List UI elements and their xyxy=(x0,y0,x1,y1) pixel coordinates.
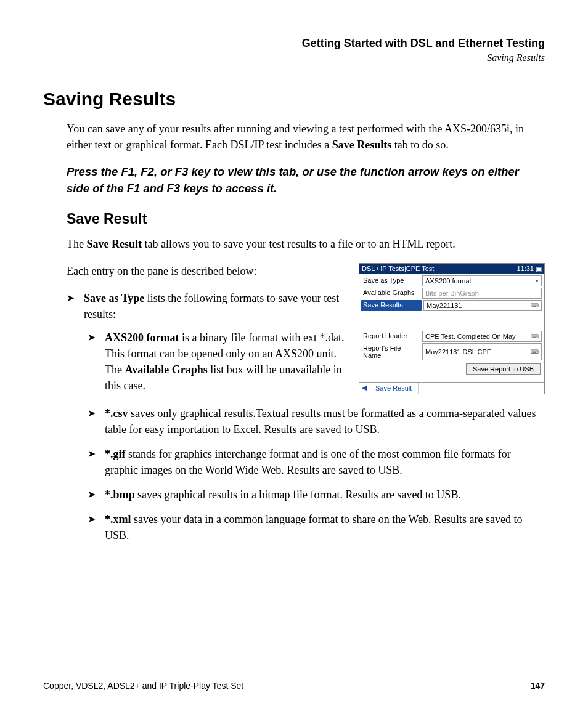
intro-post: tab to do so. xyxy=(391,139,449,151)
field-value: Bits per BinGraph xyxy=(425,290,479,297)
subsection-p1: The Save Result tab allows you to save y… xyxy=(67,236,545,252)
embedded-screenshot: DSL / IP Tests|CPE Test 11:31 ▣ Save as … xyxy=(359,263,545,394)
field-available-graphs: Bits per BinGraph xyxy=(422,288,542,299)
li-text: stands for graphics interchange format a… xyxy=(105,448,511,476)
li-bold: *.bmp xyxy=(105,489,135,501)
list-item: *.csv saves only graphical results.Textu… xyxy=(88,405,545,437)
list-item: Save as Type lists the following formats… xyxy=(67,290,348,394)
li-bold: Save as Type xyxy=(84,292,144,304)
chevron-down-icon: ▾ xyxy=(536,278,539,284)
tab-save-result[interactable]: Save Result xyxy=(369,383,419,394)
li-bold: *.xml xyxy=(105,513,131,525)
field-label-report-header: Report Header xyxy=(359,330,422,343)
chapter-breadcrumb: Saving Results xyxy=(43,52,545,63)
li-text: saves your data in a common language for… xyxy=(105,513,523,542)
dropdown-save-as-type[interactable]: AXS200 format▾ xyxy=(422,275,542,286)
li-bold: *.gif xyxy=(105,448,126,460)
field-label-save-as-type: Save as Type xyxy=(359,275,422,287)
li-text: saves graphical results in a bitmap file… xyxy=(135,489,461,501)
battery-icon: ▣ xyxy=(536,265,542,272)
intro-paragraph: You can save any of your results after r… xyxy=(67,121,545,153)
tab-scroll-left-icon[interactable]: ◀ xyxy=(359,383,369,393)
li-bold: *.csv xyxy=(105,407,128,420)
save-report-button[interactable]: Save Report to USB xyxy=(466,363,541,375)
input-save-results[interactable]: May221131⌨ xyxy=(423,300,542,311)
section-heading: Saving Results xyxy=(43,89,545,110)
chapter-title: Getting Started with DSL and Ethernet Te… xyxy=(43,37,545,50)
list-item: *.xml saves your data in a common langua… xyxy=(88,511,545,543)
footer-product: Copper, VDSL2, ADSL2+ and IP Triple-Play… xyxy=(43,681,243,691)
li-bold: AXS200 format xyxy=(105,331,179,344)
keyboard-icon: ⌨ xyxy=(531,349,539,355)
li-text: saves only graphical results.Textual res… xyxy=(105,407,536,436)
subsection-heading: Save Result xyxy=(67,211,545,227)
window-title: DSL / IP Tests|CPE Test xyxy=(362,265,434,272)
window-titlebar: DSL / IP Tests|CPE Test 11:31 ▣ xyxy=(359,264,544,274)
list-item: AXS200 format is a binary file format wi… xyxy=(88,330,348,394)
keyboard-icon: ⌨ xyxy=(531,333,539,339)
page-number: 147 xyxy=(531,681,545,691)
field-label-save-results[interactable]: Save Results xyxy=(361,300,422,311)
note-paragraph: Press the F1, F2, or F3 key to view this… xyxy=(67,164,545,197)
window-clock: 11:31 ▣ xyxy=(517,265,542,273)
keyboard-icon: ⌨ xyxy=(531,302,539,309)
li-bold2: Available Graphs xyxy=(125,363,207,376)
list-item: *.gif stands for graphics interchange fo… xyxy=(88,446,545,478)
p1-post: tab allows you to save your test results… xyxy=(142,238,455,250)
input-report-file-name[interactable]: May221131 DSL CPE⌨ xyxy=(422,343,542,360)
dropdown-value: AXS200 format xyxy=(425,277,472,285)
field-label-report-file: Report's File Name xyxy=(359,343,422,361)
header-rule xyxy=(43,70,545,70)
subsection-p2: Each entry on the pane is described belo… xyxy=(67,263,348,279)
intro-pre: You can save any of your results after r… xyxy=(67,123,524,151)
list-item: *.bmp saves graphical results in a bitma… xyxy=(88,487,545,503)
p1-pre: The xyxy=(67,238,86,250)
field-value: CPE Test. Completed On May xyxy=(425,333,516,340)
input-report-header[interactable]: CPE Test. Completed On May⌨ xyxy=(422,331,542,342)
field-value: May221131 xyxy=(427,302,462,309)
p1-bold: Save Result xyxy=(86,238,142,250)
field-value: May221131 DSL CPE xyxy=(425,348,491,355)
intro-bold: Save Results xyxy=(332,139,392,151)
field-label-available-graphs: Available Graphs xyxy=(359,287,422,299)
